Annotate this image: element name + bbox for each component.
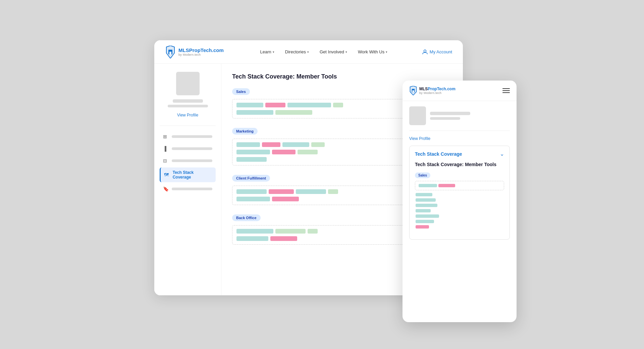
- bar-light-green: [311, 142, 325, 147]
- mobile-profile: [409, 106, 510, 131]
- logo-text: MLSPropTech.com by Modern.tech: [178, 47, 224, 56]
- role-placeholder: [168, 105, 208, 107]
- bar-red: [265, 103, 285, 107]
- logo-sub: by Modern.tech: [178, 53, 224, 56]
- avatar: [176, 72, 200, 95]
- bar-green: [296, 189, 326, 194]
- extra-bar: [416, 209, 431, 212]
- mobile-role-bar: [430, 117, 460, 120]
- bar-green: [236, 142, 260, 147]
- mobile-page-title: Tech Stack Coverage: Member Tools: [415, 162, 504, 167]
- page-title: Tech Stack Coverage: Member Tools: [232, 73, 452, 80]
- sidebar-item-label: Tech Stack Coverage: [173, 170, 212, 180]
- bar-green: [236, 229, 273, 234]
- category-badge-back-office: Back Office: [232, 214, 261, 221]
- bar-red: [272, 150, 296, 154]
- layers-icon: ⊟: [163, 158, 168, 163]
- category-badge-client: Client Fulfillment: [232, 175, 270, 182]
- account-icon: [422, 49, 428, 55]
- svg-rect-4: [412, 90, 414, 92]
- nav-links: Learn ▾ Directories ▾ Get Involved ▾ Wor…: [225, 49, 422, 54]
- hamburger-menu[interactable]: [502, 88, 510, 93]
- mobile-logo-main: MLSPropTech.com: [419, 87, 455, 91]
- chevron-down-icon: ▾: [273, 50, 274, 54]
- bar-green: [282, 142, 309, 147]
- bar-light-green: [275, 229, 306, 234]
- nav-item-get-involved[interactable]: Get Involved ▾: [320, 49, 347, 54]
- mobile-chart-rows-sales: [415, 181, 504, 190]
- mobile-category-badge-sales: Sales: [415, 172, 430, 178]
- bar-red: [270, 236, 297, 241]
- sidebar-item-bookmarks[interactable]: 🔖: [160, 184, 216, 194]
- bar-green: [287, 103, 331, 107]
- bar-green: [236, 197, 270, 201]
- mobile-logo-area[interactable]: MLSPropTech.com by Modern.tech: [409, 86, 455, 95]
- mobile-bar-green: [419, 184, 437, 187]
- accordion-title: Tech Stack Coverage: [415, 151, 462, 157]
- mobile-logo-sub: by Modern.tech: [419, 91, 455, 95]
- extra-bar: [416, 193, 432, 196]
- sidebar-item-analytics[interactable]: ▐: [160, 143, 216, 154]
- mobile-accordion: Tech Stack Coverage ⌄ Tech Stack Coverag…: [409, 146, 510, 240]
- grid-icon: ⊞: [163, 134, 168, 139]
- mobile-card: MLSPropTech.com by Modern.tech View Pro: [402, 81, 517, 322]
- mobile-bars-extra: [415, 193, 504, 229]
- name-placeholder: [173, 99, 203, 103]
- mobile-chart-section-sales: Sales: [415, 172, 504, 229]
- extra-bar: [416, 220, 434, 223]
- extra-bar: [416, 198, 436, 202]
- profile-section: View Profile: [160, 72, 216, 126]
- sidebar-item-dashboard[interactable]: ⊞: [160, 131, 216, 142]
- bar-light-green: [328, 189, 338, 194]
- bar-green: [236, 103, 263, 107]
- extra-bar: [416, 204, 437, 207]
- bar-green: [236, 157, 267, 162]
- extra-bar: [416, 214, 439, 218]
- mobile-name-block: [430, 112, 470, 120]
- bar-red: [262, 142, 280, 147]
- desktop-nav: MLSPropTech.com by Modern.tech Learn ▾ D…: [154, 40, 463, 64]
- mobile-view-profile[interactable]: View Profile: [409, 136, 510, 141]
- nav-item-directories[interactable]: Directories ▾: [285, 49, 309, 54]
- logo-icon: [165, 46, 176, 58]
- sidebar-item-layers[interactable]: ⊟: [160, 155, 216, 166]
- sidebar-nav-menu: ⊞ ▐ ⊟ 🗺 Tech Stack Coverage: [160, 131, 216, 194]
- mobile-content: View Profile Tech Stack Coverage ⌄ Tech …: [402, 101, 517, 250]
- bar-chart-icon: ▐: [163, 146, 168, 151]
- mobile-logo-text: MLSPropTech.com by Modern.tech: [419, 87, 455, 95]
- nav-item-work-with-us[interactable]: Work With Us ▾: [358, 49, 387, 54]
- nav-account[interactable]: My Account: [422, 49, 452, 55]
- nav-item-learn[interactable]: Learn ▾: [260, 49, 274, 54]
- bar-red: [269, 189, 294, 194]
- accordion-header[interactable]: Tech Stack Coverage ⌄: [410, 146, 509, 162]
- bookmark-icon: 🔖: [163, 186, 168, 192]
- bar-green: [236, 110, 273, 115]
- accordion-content: Tech Stack Coverage: Member Tools Sales: [410, 162, 509, 239]
- chevron-down-icon: ▾: [307, 50, 309, 54]
- bar-light-green: [308, 229, 318, 234]
- chevron-down-icon: ⌄: [500, 151, 504, 157]
- logo-main: MLSPropTech.com: [178, 47, 224, 53]
- mobile-name-bar: [430, 112, 470, 115]
- chevron-down-icon: ▾: [345, 50, 347, 54]
- svg-point-2: [424, 50, 426, 52]
- svg-rect-1: [169, 52, 171, 54]
- logo-area[interactable]: MLSPropTech.com by Modern.tech: [165, 46, 225, 58]
- category-badge-marketing: Marketing: [232, 128, 258, 135]
- sidebar-item-tech-stack[interactable]: 🗺 Tech Stack Coverage: [160, 167, 216, 182]
- mobile-bar-red: [438, 184, 455, 187]
- chevron-down-icon: ▾: [386, 50, 387, 54]
- map-icon: 🗺: [164, 172, 169, 178]
- bar-green: [236, 150, 270, 154]
- mobile-avatar: [409, 106, 426, 125]
- bar-light-green: [298, 150, 318, 154]
- extra-bar-red: [416, 225, 429, 229]
- bar-green: [236, 236, 268, 241]
- view-profile-link[interactable]: View Profile: [177, 113, 198, 117]
- mobile-logo-icon: [409, 86, 417, 95]
- bar-light-green: [333, 103, 343, 107]
- bar-red: [272, 197, 299, 201]
- desktop-sidebar: View Profile ⊞ ▐ ⊟: [154, 64, 221, 295]
- mobile-nav: MLSPropTech.com by Modern.tech: [402, 81, 517, 101]
- scene: MLSPropTech.com by Modern.tech Learn ▾ D…: [154, 40, 490, 309]
